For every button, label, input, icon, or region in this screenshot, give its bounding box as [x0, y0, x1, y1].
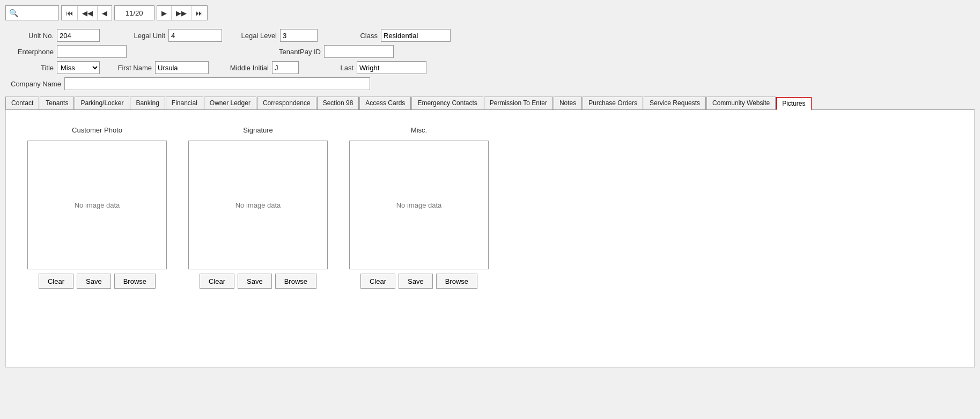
misc-text: No image data — [396, 201, 442, 209]
next-next-button[interactable]: ▶▶ — [172, 6, 191, 20]
misc-buttons: Clear Save Browse — [360, 274, 477, 289]
tab-section98[interactable]: Section 98 — [317, 97, 359, 109]
tab-notes[interactable]: Notes — [554, 97, 582, 109]
signature-clear-button[interactable]: Clear — [200, 274, 234, 289]
tab-content-pictures: Customer Photo No image data Clear Save … — [5, 110, 975, 367]
class-input[interactable] — [381, 29, 451, 42]
search-icon: 🔍 — [9, 9, 18, 17]
tab-contact[interactable]: Contact — [5, 97, 39, 109]
search-box: 🔍 — [5, 5, 59, 20]
enterphone-input[interactable] — [57, 45, 127, 58]
form-row-2: Enterphone TenantPay ID — [11, 45, 969, 58]
last-name-input[interactable] — [357, 61, 426, 74]
next-button[interactable]: ▶ — [157, 6, 172, 20]
class-label: Class — [356, 32, 378, 40]
tab-banking[interactable]: Banking — [130, 97, 165, 109]
tab-purchase-orders[interactable]: Purchase Orders — [583, 97, 643, 109]
form-row-4: Company Name — [11, 77, 969, 90]
last-label: Last — [337, 64, 353, 72]
nav-bar: 🔍 ⏮ ◀◀ ◀ 11/20 ▶ ▶▶ ⏭ — [5, 5, 975, 20]
tab-correspondence[interactable]: Correspondence — [257, 97, 316, 109]
tab-service-requests[interactable]: Service Requests — [644, 97, 706, 109]
legal-level-input[interactable] — [280, 29, 318, 42]
middle-initial-input[interactable] — [272, 61, 299, 74]
misc-save-button[interactable]: Save — [399, 274, 433, 289]
signature-text: No image data — [235, 201, 281, 209]
signature-browse-button[interactable]: Browse — [275, 274, 316, 289]
nav-button-group: ⏮ ◀◀ ◀ — [61, 5, 112, 20]
signature-label: Signature — [243, 126, 273, 134]
customer-photo-browse-button[interactable]: Browse — [114, 274, 156, 289]
unit-no-input[interactable] — [57, 29, 100, 42]
position-display: 11/20 — [126, 9, 143, 17]
tab-parking-locker[interactable]: Parking/Locker — [75, 97, 129, 109]
customer-photo-label: Customer Photo — [72, 126, 122, 134]
legal-unit-input[interactable] — [168, 29, 222, 42]
prev-button[interactable]: ◀ — [98, 6, 112, 20]
misc-browse-button[interactable]: Browse — [436, 274, 477, 289]
misc-column: Misc. No image data Clear Save Browse — [349, 126, 489, 289]
signature-column: Signature No image data Clear Save Brows… — [188, 126, 328, 289]
tab-emergency-contacts[interactable]: Emergency Contacts — [411, 97, 483, 109]
form-row-1: Unit No. Legal Unit Legal Level Class — [11, 29, 969, 42]
pictures-section: Customer Photo No image data Clear Save … — [17, 121, 963, 294]
customer-photo-clear-button[interactable]: Clear — [39, 274, 73, 289]
first-button[interactable]: ⏮ — [62, 6, 78, 20]
last-button[interactable]: ⏭ — [191, 6, 207, 20]
first-name-input[interactable] — [155, 61, 209, 74]
tab-permission-to-enter[interactable]: Permission To Enter — [484, 97, 553, 109]
customer-photo-save-button[interactable]: Save — [77, 274, 111, 289]
misc-label: Misc. — [411, 126, 427, 134]
tenantpay-input[interactable] — [324, 45, 394, 58]
nav-button-group-right: ▶ ▶▶ ⏭ — [157, 5, 208, 20]
misc-box: No image data — [349, 141, 489, 269]
legal-unit-label: Legal Unit — [122, 32, 165, 40]
misc-clear-button[interactable]: Clear — [360, 274, 395, 289]
form-section: Unit No. Legal Unit Legal Level Class En… — [5, 26, 975, 97]
unit-no-label: Unit No. — [11, 32, 54, 40]
company-name-input[interactable] — [64, 77, 370, 90]
customer-photo-box: No image data — [27, 141, 167, 269]
tab-tenants[interactable]: Tenants — [40, 97, 74, 109]
legal-level-label: Legal Level — [234, 32, 277, 40]
nav-position: 11/20 — [114, 5, 154, 20]
tab-pictures[interactable]: Pictures — [776, 97, 811, 110]
search-input[interactable] — [19, 8, 57, 18]
form-row-3: Title Miss Mr Mrs Ms Dr First Name Middl… — [11, 61, 969, 74]
tab-financial[interactable]: Financial — [166, 97, 203, 109]
first-name-label: First Name — [112, 64, 152, 72]
tab-owner-ledger[interactable]: Owner Ledger — [204, 97, 256, 109]
tab-community-website[interactable]: Community Website — [706, 97, 776, 109]
tabs-container: Contact Tenants Parking/Locker Banking F… — [5, 97, 975, 110]
signature-box: No image data — [188, 141, 328, 269]
signature-save-button[interactable]: Save — [238, 274, 272, 289]
customer-photo-text: No image data — [75, 201, 120, 209]
customer-photo-column: Customer Photo No image data Clear Save … — [27, 126, 167, 289]
title-select[interactable]: Miss Mr Mrs Ms Dr — [57, 61, 100, 74]
company-name-label: Company Name — [11, 80, 61, 88]
enterphone-label: Enterphone — [11, 48, 54, 56]
tab-access-cards[interactable]: Access Cards — [359, 97, 411, 109]
middle-initial-label: Middle Initial — [220, 64, 269, 72]
prev-prev-button[interactable]: ◀◀ — [78, 6, 98, 20]
title-label: Title — [11, 64, 54, 72]
main-container: 🔍 ⏮ ◀◀ ◀ 11/20 ▶ ▶▶ ⏭ Unit No. Legal Uni… — [0, 0, 980, 419]
tenantpay-label: TenantPay ID — [272, 48, 321, 56]
customer-photo-buttons: Clear Save Browse — [39, 274, 156, 289]
signature-buttons: Clear Save Browse — [200, 274, 316, 289]
